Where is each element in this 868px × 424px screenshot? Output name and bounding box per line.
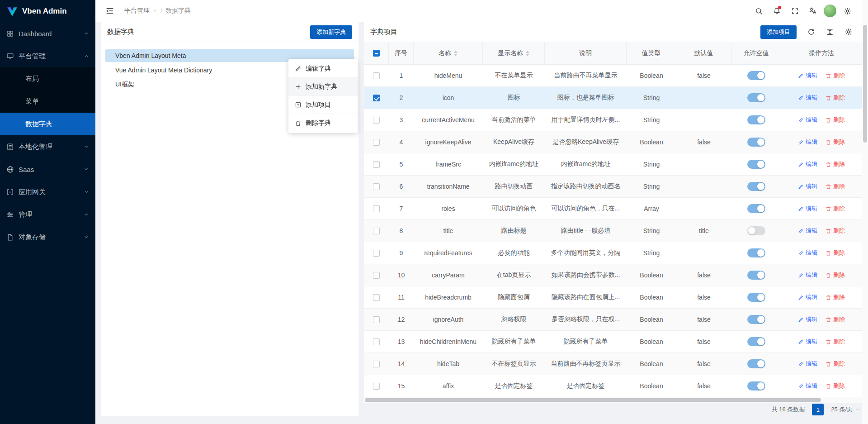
add-item-button[interactable]: 添加项目 (760, 25, 797, 39)
row-checkbox[interactable] (373, 294, 380, 301)
context-menu-add-item[interactable]: 添加项目 (288, 96, 358, 114)
delete-button[interactable]: 删除 (826, 138, 845, 146)
search-icon[interactable] (751, 4, 766, 18)
row-checkbox[interactable] (373, 117, 380, 124)
table-row[interactable]: 1 hideMenu 不在菜单显示 当前路由不再菜单显示 Boolean fal… (364, 65, 862, 87)
sidebar-collapse-icon[interactable] (103, 4, 117, 18)
edit-button[interactable]: 编辑 (798, 160, 817, 168)
delete-button[interactable]: 删除 (826, 382, 845, 390)
context-menu-add-dictionary[interactable]: 添加新字典 (288, 78, 358, 96)
edit-button[interactable]: 编辑 (798, 360, 817, 368)
allow-empty-toggle[interactable] (747, 271, 765, 280)
edit-button[interactable]: 编辑 (798, 382, 817, 390)
sidebar-item-dashboard[interactable]: Dashboard (0, 22, 95, 45)
allow-empty-toggle[interactable] (747, 138, 765, 147)
row-checkbox[interactable] (373, 250, 380, 257)
table-row[interactable]: 7 roles 可以访问的角色 可以访问的角色，只在... Array 编辑 删… (364, 198, 862, 220)
sidebar-subitem-layout[interactable]: 布局 (0, 67, 95, 90)
delete-button[interactable]: 删除 (826, 94, 845, 102)
allow-empty-toggle[interactable] (747, 71, 765, 80)
column-header-actions[interactable]: 操作方法 (781, 42, 862, 64)
edit-button[interactable]: 编辑 (798, 227, 817, 235)
delete-button[interactable]: 删除 (826, 71, 845, 80)
settings-icon[interactable] (841, 25, 855, 39)
horizontal-scrollbar[interactable] (364, 397, 862, 403)
table-row[interactable]: 11 hideBreadcrumb 隐藏面包屑 隐藏该路由在面包屑上... Bo… (364, 286, 862, 309)
table-row[interactable]: 14 hideTab 不在标签页显示 当前路由不再标签页显示 Boolean f… (364, 353, 862, 375)
delete-button[interactable]: 删除 (826, 249, 845, 257)
column-header-allow-empty[interactable]: 允许空值 (731, 42, 781, 64)
vertical-scrollbar-thumb[interactable] (863, 25, 867, 143)
column-header-default[interactable]: 默认值 (676, 42, 731, 64)
edit-button[interactable]: 编辑 (798, 94, 817, 102)
column-header-description[interactable]: 说明 (545, 42, 627, 64)
table-row[interactable]: 15 affix 是否固定标签 是否固定标签 Boolean false 编辑 … (364, 375, 862, 397)
allow-empty-toggle[interactable] (747, 160, 765, 169)
sort-carets-icon[interactable] (526, 51, 529, 56)
sidebar-item-localization[interactable]: 本地化管理 (0, 135, 95, 158)
context-menu-delete-dictionary[interactable]: 删除字典 (288, 114, 358, 132)
allow-empty-toggle[interactable] (747, 115, 765, 124)
row-checkbox[interactable] (373, 383, 380, 390)
refresh-icon[interactable] (804, 25, 818, 39)
context-menu-edit-dictionary[interactable]: 编辑字典 (288, 60, 358, 78)
table-row[interactable]: 9 requiredFeatures 必要的功能 多个功能间用英文，分隔 Str… (364, 242, 862, 264)
table-row[interactable]: 13 hideChildrenInMenu 隐藏所有子菜单 隐藏所有子菜单 Bo… (364, 331, 862, 353)
delete-button[interactable]: 删除 (826, 338, 845, 346)
row-checkbox[interactable] (373, 228, 380, 234)
user-avatar[interactable] (824, 5, 836, 17)
row-checkbox[interactable] (373, 183, 380, 190)
row-checkbox[interactable] (373, 316, 380, 323)
delete-button[interactable]: 删除 (826, 227, 845, 235)
fullscreen-icon[interactable] (788, 4, 802, 18)
table-row[interactable]: 3 currentActiveMenu 当前激活的菜单 用于配置详情页时左侧..… (364, 109, 862, 131)
add-dictionary-button[interactable]: 添加新字典 (310, 25, 352, 39)
row-height-icon[interactable] (822, 25, 837, 39)
delete-button[interactable]: 删除 (826, 271, 845, 279)
sidebar-item-app-gateway[interactable]: 应用网关 (0, 181, 95, 203)
sidebar-subitem-menu[interactable]: 菜单 (0, 90, 95, 113)
delete-button[interactable]: 删除 (826, 160, 845, 168)
sort-carets-icon[interactable] (454, 51, 458, 56)
table-row[interactable]: 8 title 路由标题 路由title 一般必填 String title 编… (364, 220, 862, 242)
delete-button[interactable]: 删除 (826, 360, 845, 368)
allow-empty-toggle[interactable] (747, 337, 765, 346)
edit-button[interactable]: 编辑 (798, 205, 817, 213)
delete-button[interactable]: 删除 (826, 293, 845, 301)
edit-button[interactable]: 编辑 (798, 182, 817, 191)
row-checkbox[interactable] (373, 361, 380, 367)
row-checkbox[interactable] (373, 161, 380, 168)
app-logo[interactable]: Vben Admin (0, 0, 95, 22)
allow-empty-toggle[interactable] (747, 381, 765, 391)
allow-empty-toggle[interactable] (747, 248, 765, 257)
allow-empty-toggle[interactable] (747, 204, 765, 213)
column-header-display-name[interactable]: 显示名称 (483, 42, 545, 64)
column-header-no[interactable]: 序号 (389, 42, 414, 64)
allow-empty-toggle[interactable] (747, 93, 765, 102)
edit-button[interactable]: 编辑 (798, 116, 817, 124)
table-row[interactable]: 2 icon 图标 图标，也是菜单图标 String 编辑 删除 (364, 87, 862, 109)
edit-button[interactable]: 编辑 (798, 138, 817, 146)
page-size-select[interactable]: 25 条/页 (831, 405, 860, 414)
table-row[interactable]: 6 transitionName 路由切换动画 指定该路由切换的动画名 Stri… (364, 176, 862, 198)
allow-empty-toggle[interactable] (747, 315, 765, 324)
row-checkbox[interactable] (373, 72, 380, 79)
table-row[interactable]: 5 frameSrc 内嵌iframe的地址 内嵌iframe的地址 Strin… (364, 153, 862, 176)
edit-button[interactable]: 编辑 (798, 293, 817, 301)
edit-button[interactable]: 编辑 (798, 315, 817, 324)
delete-button[interactable]: 删除 (826, 315, 845, 324)
allow-empty-toggle[interactable] (747, 359, 765, 368)
row-checkbox[interactable] (373, 95, 380, 101)
row-checkbox[interactable] (373, 205, 380, 212)
breadcrumb-parent[interactable]: 平台管理 (124, 7, 150, 15)
select-all-checkbox[interactable] (373, 50, 380, 57)
settings-gear-icon[interactable] (840, 4, 854, 18)
delete-button[interactable]: 删除 (826, 182, 845, 191)
delete-button[interactable]: 删除 (826, 116, 845, 124)
column-header-name[interactable]: 名称 (414, 42, 483, 64)
sidebar-item-management[interactable]: 管理 (0, 203, 95, 226)
vertical-scrollbar[interactable] (862, 0, 868, 424)
allow-empty-toggle[interactable] (747, 293, 765, 302)
table-row[interactable]: 4 ignoreKeepAlive KeepAlive缓存 是否忽略KeepAl… (364, 131, 862, 153)
edit-button[interactable]: 编辑 (798, 249, 817, 257)
